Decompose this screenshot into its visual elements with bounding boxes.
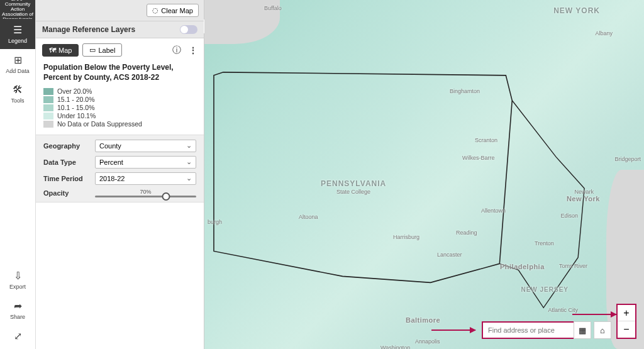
layer-controls: Geography County Data Type Percent Time … [36, 135, 204, 202]
legend-item: Over 20.0% [43, 87, 196, 95]
city-label: Atlantic City [548, 307, 578, 313]
city-label: Edison [560, 213, 578, 219]
legend-label: Over 20.0% [57, 87, 92, 95]
zoom-in-button[interactable]: + [618, 305, 635, 321]
share-icon: ➦ [14, 300, 22, 312]
home-icon: ⌂ [600, 326, 605, 335]
legend-panel: ◌ Clear Map ‹ Manage Reference Layers 🗺 … [36, 0, 204, 349]
datatype-control: Data Type Percent [36, 154, 204, 170]
collapse-icon: ⤢ [14, 330, 22, 342]
annotation-arrow [431, 330, 475, 331]
city-label: Annapolis [415, 338, 440, 345]
city-label: Trenton [535, 240, 554, 247]
city-label: Scranton [475, 137, 497, 143]
datatype-select[interactable]: Percent [95, 156, 196, 169]
tab-map[interactable]: 🗺 Map [42, 44, 79, 57]
download-icon: ⇩ [14, 270, 22, 282]
city-label: Philadelphia [500, 263, 545, 270]
city-label: Washington [380, 345, 410, 349]
legend-label: 10.1 - 15.0% [57, 104, 95, 111]
nav-share-label: Share [10, 314, 25, 320]
legend-label: 15.1 - 20.0% [57, 96, 95, 103]
opacity-label: Opacity [43, 189, 95, 197]
city-label: New York [567, 195, 600, 202]
nav-tools[interactable]: 🛠 Tools [0, 79, 35, 109]
nav-export-label: Export [9, 284, 26, 290]
legend-items: Over 20.0% 15.1 - 20.0% 10.1 - 15.0% Und… [36, 87, 204, 135]
map-tool-buttons: ▦ ⌂ [574, 321, 611, 339]
legend-item: 10.1 - 15.0% [43, 104, 196, 111]
city-label: Albany [595, 30, 613, 36]
opacity-control: Opacity 70% [36, 187, 204, 199]
state-label: NEW JERSEY [521, 286, 569, 293]
city-label: Altoona [299, 214, 318, 220]
basemap-button[interactable]: ▦ [574, 321, 591, 339]
legend-swatch [43, 121, 53, 128]
app-logo: CAAP Community Action Association of Pen… [0, 0, 35, 19]
legend-swatch [43, 96, 53, 103]
plus-icon: + [623, 307, 629, 319]
nav-add-data-label: Add Data [6, 68, 30, 74]
city-label: burgh [208, 219, 222, 225]
opacity-value: 70% [140, 189, 151, 195]
city-label: State College [336, 189, 370, 195]
eraser-icon: ◌ [152, 6, 158, 14]
city-label: Reading [456, 230, 477, 236]
clear-map-button[interactable]: ◌ Clear Map [147, 4, 199, 17]
opacity-slider[interactable]: 70% [95, 189, 196, 197]
tab-label-label: Label [98, 47, 115, 54]
slider-track[interactable] [95, 196, 196, 197]
search-input[interactable] [483, 326, 580, 334]
more-menu-icon[interactable]: ⋮ [189, 45, 197, 55]
manage-reference-layers-row[interactable]: Manage Reference Layers [36, 21, 204, 38]
city-label: Newark [574, 189, 594, 195]
info-icon[interactable]: ⓘ [172, 45, 181, 56]
slider-thumb[interactable] [162, 192, 170, 201]
legend-label: Under 10.1% [57, 112, 96, 119]
map-icon: 🗺 [49, 47, 56, 54]
legend-swatch [43, 104, 53, 111]
annotation-arrow [572, 314, 616, 315]
nav-tools-label: Tools [11, 97, 24, 104]
legend-item: No Data or Data Suppressed [43, 120, 196, 128]
tab-label[interactable]: ▭ Label [82, 43, 122, 57]
map-canvas[interactable]: Buffalo NEW YORK Albany Binghamton Scran… [204, 0, 644, 349]
nav-fullscreen[interactable]: ⤢ [0, 325, 35, 349]
tab-map-label: Map [58, 47, 72, 54]
nav-share[interactable]: ➦ Share [0, 295, 35, 325]
display-tabs: 🗺 Map ▭ Label ⓘ ⋮ [36, 38, 204, 60]
map-search: 🔍 [482, 321, 589, 339]
geography-control: Geography County [36, 138, 204, 154]
home-extent-button[interactable]: ⌂ [594, 321, 611, 339]
city-label: Binghamton [450, 88, 480, 94]
panel-toolbar: ◌ Clear Map [36, 0, 204, 21]
nav-export[interactable]: ⇩ Export [0, 265, 35, 295]
list-icon: ☰ [13, 24, 22, 36]
timeperiod-label: Time Period [43, 175, 95, 182]
reference-layers-toggle[interactable] [180, 25, 197, 34]
minus-icon: − [623, 324, 629, 335]
nav-legend[interactable]: ☰ Legend [0, 19, 35, 49]
plus-box-icon: ⊞ [14, 54, 22, 66]
left-nav-rail: CAAP Community Action Association of Pen… [0, 0, 36, 349]
state-label: PENNSYLVANIA [321, 179, 386, 188]
legend-item: Under 10.1% [43, 112, 196, 119]
datatype-label: Data Type [43, 158, 95, 166]
state-label: NEW YORK [553, 6, 600, 15]
geography-select[interactable]: County [95, 140, 196, 152]
city-label: Baltimore [406, 316, 440, 324]
timeperiod-select[interactable]: 2018-22 [95, 172, 196, 185]
city-label: Harrisburg [393, 234, 419, 240]
zoom-out-button[interactable]: − [618, 321, 635, 338]
tag-icon: ▭ [89, 46, 96, 54]
manage-reference-label: Manage Reference Layers [42, 25, 135, 34]
wrench-icon: 🛠 [13, 84, 23, 96]
city-label: Buffalo [264, 5, 282, 11]
geography-label: Geography [43, 142, 95, 150]
clear-map-label: Clear Map [161, 7, 193, 14]
nav-legend-label: Legend [8, 38, 27, 44]
city-label: Allentown [481, 208, 506, 214]
city-label: Toms River [559, 263, 587, 269]
legend-swatch [43, 113, 53, 119]
nav-add-data[interactable]: ⊞ Add Data [0, 49, 35, 79]
